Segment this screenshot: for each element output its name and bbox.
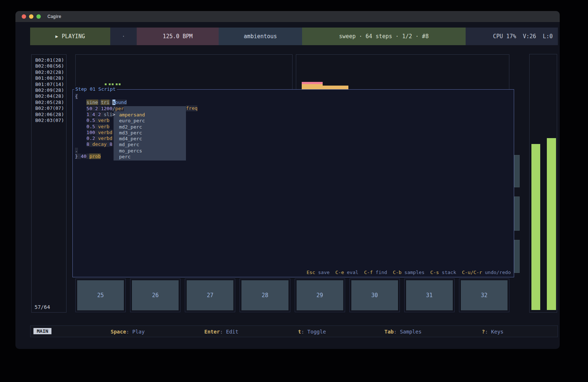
minimize-button[interactable] — [29, 14, 33, 19]
sample-list-item[interactable]: B02:06(28) — [32, 112, 66, 118]
hidden-step-cell-sliver — [514, 240, 520, 273]
sample-list-item[interactable]: B02:01(28) — [32, 57, 66, 63]
code-token — [75, 112, 86, 117]
code-token — [75, 106, 86, 111]
code-line: { — [75, 94, 78, 100]
hint-colon: : — [394, 329, 400, 335]
step-cell[interactable]: 31 — [406, 280, 453, 310]
keybind-key: Esc — [306, 270, 315, 275]
hint-colon: : — [485, 329, 491, 335]
code-token: 4 — [92, 112, 95, 117]
keybind-key: C-b — [393, 270, 401, 275]
sample-list-item[interactable]: B02:09(28) — [32, 87, 66, 93]
play-icon: ▶ — [55, 34, 58, 39]
code-token — [95, 136, 98, 141]
code-token — [110, 100, 112, 105]
level-meter-left — [531, 144, 540, 310]
sample-list-item[interactable]: B02:04(28) — [32, 93, 66, 99]
code-token: 100 — [86, 130, 95, 135]
code-token: per — [115, 106, 124, 111]
code-token: 1200 — [101, 106, 112, 111]
level-meter-right — [547, 138, 556, 310]
autocomplete-item[interactable]: md_perc — [114, 142, 186, 148]
hint-key: Enter — [204, 329, 220, 335]
code-token: 0.2 — [86, 136, 95, 141]
autocomplete-item[interactable]: ampersand — [114, 112, 186, 118]
keybind-label: find — [373, 270, 393, 275]
maximize-button[interactable] — [36, 14, 41, 19]
hint-colon: : — [126, 329, 132, 335]
autocomplete-item[interactable]: md3_perc — [114, 130, 186, 136]
code-token: } — [75, 154, 78, 159]
step-cell-container: 28 — [240, 278, 290, 312]
step-cell[interactable]: 25 — [77, 280, 124, 310]
code-token: / — [112, 106, 115, 111]
keybind-label: save — [315, 270, 336, 275]
window-title: Cagire — [47, 14, 61, 19]
code-token: 0.5 — [86, 118, 95, 123]
step-cell-container: 31 — [404, 278, 455, 312]
step-cell-container: 30 — [349, 278, 400, 312]
code-line: 1 4 2 sli> — [75, 112, 115, 118]
sample-list-item[interactable]: B02:05(28) — [32, 100, 66, 105]
step-cell-container: 32 — [459, 278, 509, 312]
sample-list-item[interactable]: B02:02(28) — [32, 69, 66, 75]
code-token: 0.5 — [86, 124, 95, 129]
code-token: verbd — [98, 136, 112, 141]
keybind-key: C-s — [430, 270, 439, 275]
sample-list-item[interactable]: B02:08(56) — [32, 63, 66, 69]
code-token: s — [112, 100, 115, 105]
code-line: 50 2 1200/per — [75, 106, 124, 112]
level-meter-panel — [529, 54, 557, 313]
step-cell[interactable]: 27 — [187, 280, 233, 310]
close-button[interactable] — [22, 14, 26, 19]
activity-dots-icon — [105, 83, 121, 85]
hidden-step-cell-sliver — [514, 155, 520, 187]
step-cell[interactable]: 30 — [351, 280, 398, 310]
code-token — [89, 112, 92, 117]
step-cell-container: 27 — [185, 278, 235, 312]
transport-status: ▶PLAYING — [30, 28, 110, 45]
step-cell[interactable]: 32 — [461, 280, 508, 310]
autocomplete-item[interactable]: perc — [114, 154, 186, 160]
sample-list-item[interactable]: B02:07(07) — [32, 105, 66, 111]
hint-label: Toggle — [307, 329, 326, 335]
code-line: sine tri sound — [75, 100, 127, 105]
system-stats: CPU 17% V:26 L:0 — [466, 28, 558, 45]
step-cell[interactable]: 29 — [297, 280, 343, 310]
sample-list: B02:01(28)B02:08(56)B02:02(28)B01:08(28)… — [32, 55, 66, 123]
hint-label: Play — [132, 329, 145, 335]
hint-key: Tab — [384, 329, 394, 335]
autocomplete-item[interactable]: md4_perc — [114, 136, 186, 142]
editor-keybinds: Esc save C-e eval C-f find C-b samples C… — [306, 270, 511, 275]
keybind-key: C-e — [335, 270, 344, 275]
sample-list-item[interactable]: B02:03(07) — [32, 118, 66, 123]
code-token — [78, 154, 81, 159]
code-token — [95, 118, 98, 123]
code-token — [95, 112, 98, 117]
sample-list-item[interactable]: B01:08(28) — [32, 75, 66, 81]
code-token: ound — [115, 100, 127, 105]
autocomplete-item[interactable]: mo_percs — [114, 148, 186, 154]
autocomplete-item[interactable]: euro_perc — [114, 118, 186, 124]
titlebar: Cagire — [15, 11, 560, 22]
code-token — [92, 106, 95, 111]
code-line: 0.5 verb — [75, 124, 110, 130]
keybind-label: eval — [344, 270, 364, 275]
step-cell-container: 29 — [295, 278, 345, 312]
code-token: 40 — [81, 154, 87, 159]
code-token — [75, 100, 86, 105]
step-cell[interactable]: 28 — [241, 280, 288, 310]
step-cell[interactable]: 26 — [132, 280, 179, 310]
sample-list-item[interactable]: B01:07(14) — [32, 82, 66, 87]
script-editor[interactable]: Step 01 Script ampersandeuro_percmd2_per… — [72, 89, 514, 277]
code-token: verbd — [98, 130, 112, 135]
code-line: 0.5 verb — [75, 118, 110, 123]
traffic-lights — [22, 14, 41, 19]
code-token — [95, 130, 98, 135]
autocomplete-item[interactable]: md2_perc — [114, 124, 186, 130]
editor-title: Step 01 Script — [74, 86, 117, 92]
autocomplete-dropdown: ampersandeuro_percmd2_percmd3_percmd4_pe… — [114, 106, 186, 161]
code-token: tri — [101, 100, 109, 105]
hint-label: Samples — [400, 329, 422, 335]
